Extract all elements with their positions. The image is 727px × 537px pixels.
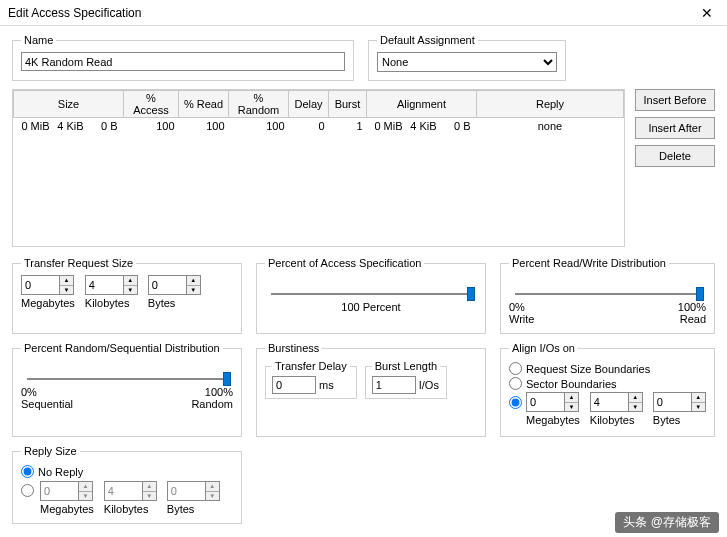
col-access[interactable]: % Access <box>124 91 179 118</box>
trs-mb-stepper[interactable]: ▲▼ <box>21 275 74 295</box>
col-alignment[interactable]: Alignment <box>367 91 477 118</box>
read-write-slider[interactable] <box>515 293 700 295</box>
random-seq-slider[interactable] <box>27 378 227 380</box>
col-reply[interactable]: Reply <box>477 91 624 118</box>
table-row[interactable]: 0 MiB 4 KiB 0 B 100 100 100 0 1 0 MiB 4 … <box>14 118 624 134</box>
up-icon[interactable]: ▲ <box>565 393 578 403</box>
up-icon[interactable]: ▲ <box>629 393 642 403</box>
up-icon[interactable]: ▲ <box>143 482 156 492</box>
percent-access-fieldset: Percent of Access Specification 100 Perc… <box>256 257 486 334</box>
reply-size-fieldset: Reply Size No Reply ▲▼ Megabytes ▲▼ Kilo… <box>12 445 242 524</box>
percent-read-write-fieldset: Percent Read/Write Distribution 0%Write … <box>500 257 715 334</box>
assignment-legend: Default Assignment <box>377 34 478 46</box>
up-icon[interactable]: ▲ <box>79 482 92 492</box>
col-read[interactable]: % Read <box>179 91 229 118</box>
window-title: Edit Access Specification <box>8 6 141 20</box>
up-icon[interactable]: ▲ <box>206 482 219 492</box>
align-request-radio[interactable]: Request Size Boundaries <box>509 362 706 375</box>
trs-kb-stepper[interactable]: ▲▼ <box>85 275 138 295</box>
down-icon[interactable]: ▼ <box>692 403 705 412</box>
down-icon[interactable]: ▼ <box>143 492 156 501</box>
up-icon[interactable]: ▲ <box>187 276 200 286</box>
down-icon[interactable]: ▼ <box>629 403 642 412</box>
col-burst[interactable]: Burst <box>329 91 367 118</box>
assignment-fieldset: Default Assignment None <box>368 34 566 81</box>
col-size[interactable]: Size <box>14 91 124 118</box>
down-icon[interactable]: ▼ <box>60 286 73 295</box>
down-icon[interactable]: ▼ <box>124 286 137 295</box>
col-random[interactable]: % Random <box>229 91 289 118</box>
align-io-fieldset: Align I/Os on Request Size Boundaries Se… <box>500 342 715 437</box>
name-legend: Name <box>21 34 56 46</box>
trs-b-stepper[interactable]: ▲▼ <box>148 275 201 295</box>
access-spec-table[interactable]: Size % Access % Read % Random Delay Burs… <box>12 89 625 247</box>
insert-before-button[interactable]: Insert Before <box>635 89 715 111</box>
name-input[interactable] <box>21 52 345 71</box>
align-kb-stepper[interactable]: ▲▼ <box>590 392 643 412</box>
down-icon[interactable]: ▼ <box>79 492 92 501</box>
col-delay[interactable]: Delay <box>289 91 329 118</box>
reply-mb-stepper[interactable]: ▲▼ <box>40 481 93 501</box>
down-icon[interactable]: ▼ <box>206 492 219 501</box>
transfer-delay-input[interactable] <box>272 376 316 394</box>
reply-kb-stepper[interactable]: ▲▼ <box>104 481 157 501</box>
percent-access-slider[interactable] <box>271 293 471 295</box>
name-fieldset: Name <box>12 34 354 81</box>
up-icon[interactable]: ▲ <box>60 276 73 286</box>
reply-b-stepper[interactable]: ▲▼ <box>167 481 220 501</box>
up-icon[interactable]: ▲ <box>692 393 705 403</box>
up-icon[interactable]: ▲ <box>124 276 137 286</box>
transfer-delay-fieldset: Transfer Delay ms <box>265 360 357 399</box>
down-icon[interactable]: ▼ <box>565 403 578 412</box>
align-sector-radio[interactable]: Sector Boundaries <box>509 377 706 390</box>
titlebar: Edit Access Specification ✕ <box>0 0 727 26</box>
delete-button[interactable]: Delete <box>635 145 715 167</box>
burst-length-fieldset: Burst Length I/Os <box>365 360 447 399</box>
close-icon[interactable]: ✕ <box>687 0 727 26</box>
align-custom-radio[interactable] <box>509 396 522 409</box>
percent-random-seq-fieldset: Percent Random/Sequential Distribution 0… <box>12 342 242 437</box>
burst-length-input[interactable] <box>372 376 416 394</box>
align-mb-stepper[interactable]: ▲▼ <box>526 392 579 412</box>
transfer-request-size-fieldset: Transfer Request Size ▲▼ Megabytes ▲▼ Ki… <box>12 257 242 334</box>
assignment-select[interactable]: None <box>377 52 557 72</box>
down-icon[interactable]: ▼ <box>187 286 200 295</box>
burstiness-fieldset: Burstiness Transfer Delay ms Burst Lengt… <box>256 342 486 437</box>
align-b-stepper[interactable]: ▲▼ <box>653 392 706 412</box>
no-reply-radio[interactable]: No Reply <box>21 465 233 478</box>
reply-custom-radio[interactable] <box>21 484 34 497</box>
insert-after-button[interactable]: Insert After <box>635 117 715 139</box>
